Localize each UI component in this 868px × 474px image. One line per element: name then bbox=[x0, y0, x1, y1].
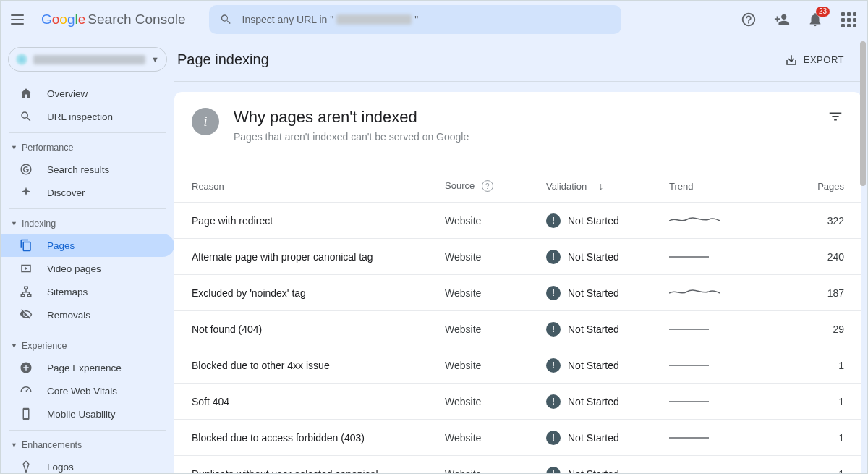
download-icon bbox=[785, 54, 798, 67]
scrollbar-thumb[interactable] bbox=[860, 41, 866, 186]
cell-trend bbox=[669, 393, 763, 410]
chevron-down-icon: ▼ bbox=[151, 55, 159, 64]
sidebar-item-pages[interactable]: Pages bbox=[1, 234, 174, 257]
warning-icon: ! bbox=[546, 394, 561, 409]
cell-pages: 1 bbox=[763, 360, 844, 371]
search-icon bbox=[219, 13, 232, 26]
cell-validation: !Not Started bbox=[546, 286, 669, 300]
sidebar-group-performance[interactable]: ▼Performance bbox=[1, 137, 174, 158]
table-row[interactable]: Blocked due to access forbidden (403)Web… bbox=[174, 419, 861, 455]
col-reason[interactable]: Reason bbox=[192, 181, 445, 192]
sitemap-icon bbox=[20, 285, 33, 298]
sidebar: ▼ Overview URL inspection ▼Performance S… bbox=[1, 38, 174, 474]
cell-validation: !Not Started bbox=[546, 213, 669, 228]
redacted-property-url bbox=[336, 14, 412, 25]
sidebar-item-url-inspection[interactable]: URL inspection bbox=[1, 105, 174, 128]
table-row[interactable]: Alternate page with proper canonical tag… bbox=[174, 238, 861, 274]
help-icon[interactable]: ? bbox=[482, 180, 493, 192]
mobile-icon bbox=[20, 407, 33, 420]
cell-pages: 240 bbox=[763, 251, 844, 263]
pages-icon bbox=[20, 239, 33, 252]
cell-source: Website bbox=[445, 323, 546, 335]
search-icon bbox=[20, 110, 33, 123]
property-favicon bbox=[16, 54, 27, 65]
sidebar-group-enhancements[interactable]: ▼Enhancements bbox=[1, 435, 174, 455]
sidebar-item-page-experience[interactable]: Page Experience bbox=[1, 356, 174, 379]
sidebar-group-indexing[interactable]: ▼Indexing bbox=[1, 213, 174, 234]
sidebar-item-logos[interactable]: Logos bbox=[1, 455, 174, 474]
apps-icon[interactable] bbox=[840, 11, 857, 28]
warning-icon: ! bbox=[546, 286, 561, 300]
cell-validation: !Not Started bbox=[546, 394, 669, 409]
table-row[interactable]: Duplicate without user-selected canonica… bbox=[174, 455, 861, 474]
page-title: Page indexing bbox=[177, 51, 269, 68]
cell-validation: !Not Started bbox=[546, 322, 669, 337]
notification-badge: 23 bbox=[816, 7, 830, 17]
property-selector[interactable]: ▼ bbox=[8, 47, 167, 72]
col-trend[interactable]: Trend bbox=[669, 181, 763, 192]
cell-trend bbox=[669, 357, 763, 373]
col-source[interactable]: Source ? bbox=[445, 180, 546, 192]
col-pages[interactable]: Pages bbox=[763, 181, 844, 192]
cell-reason: Not found (404) bbox=[192, 323, 445, 335]
cell-pages: 322 bbox=[763, 215, 844, 227]
notifications-icon[interactable]: 23 bbox=[807, 11, 824, 28]
cell-pages: 187 bbox=[763, 287, 844, 299]
cell-trend bbox=[669, 321, 763, 337]
cell-validation: !Not Started bbox=[546, 250, 669, 264]
sidebar-item-removals[interactable]: Removals bbox=[1, 303, 174, 326]
cell-source: Website bbox=[445, 468, 546, 475]
table-row[interactable]: Page with redirectWebsite!Not Started322 bbox=[174, 202, 861, 238]
export-button[interactable]: EXPORT bbox=[785, 54, 844, 67]
table-row[interactable]: Blocked due to other 4xx issueWebsite!No… bbox=[174, 347, 861, 383]
users-icon[interactable] bbox=[773, 11, 791, 28]
cell-source: Website bbox=[445, 251, 546, 263]
sort-desc-icon: ↓ bbox=[598, 180, 603, 192]
cell-reason: Excluded by 'noindex' tag bbox=[192, 287, 445, 299]
cell-reason: Blocked due to other 4xx issue bbox=[192, 360, 445, 371]
diamond-icon bbox=[20, 460, 33, 473]
table-row[interactable]: Soft 404Website!Not Started1 bbox=[174, 383, 861, 419]
home-icon bbox=[20, 87, 33, 100]
help-icon[interactable] bbox=[740, 11, 757, 28]
sidebar-item-mobile[interactable]: Mobile Usability bbox=[1, 402, 174, 426]
cell-trend bbox=[669, 212, 763, 229]
filter-icon[interactable] bbox=[827, 108, 844, 125]
sidebar-item-video-pages[interactable]: Video pages bbox=[1, 257, 174, 280]
sidebar-item-search-results[interactable]: Search results bbox=[1, 158, 174, 181]
cell-validation: !Not Started bbox=[546, 467, 669, 475]
cell-validation: !Not Started bbox=[546, 358, 669, 373]
sparkline bbox=[669, 393, 720, 407]
cell-reason: Blocked due to access forbidden (403) bbox=[192, 432, 445, 444]
cell-reason: Alternate page with proper canonical tag bbox=[192, 251, 445, 263]
sidebar-item-overview[interactable]: Overview bbox=[1, 82, 174, 105]
sparkline bbox=[669, 429, 720, 444]
cell-source: Website bbox=[445, 287, 546, 299]
cell-trend bbox=[669, 429, 763, 446]
info-icon: i bbox=[192, 108, 219, 135]
cell-source: Website bbox=[445, 360, 546, 371]
menu-icon[interactable] bbox=[11, 11, 28, 28]
sidebar-item-sitemaps[interactable]: Sitemaps bbox=[1, 280, 174, 303]
content-area: Page indexing EXPORT i Why pages aren't … bbox=[174, 38, 867, 474]
col-validation[interactable]: Validation ↓ bbox=[546, 180, 669, 192]
speed-icon bbox=[20, 384, 33, 397]
logo[interactable]: Google Search Console bbox=[41, 12, 186, 27]
sparkline bbox=[669, 321, 720, 335]
warning-icon: ! bbox=[546, 467, 561, 475]
topbar: Google Search Console Inspect any URL in… bbox=[1, 1, 867, 38]
plus-circle-icon bbox=[20, 361, 33, 374]
url-inspect-search[interactable]: Inspect any URL in " " bbox=[209, 5, 621, 34]
cell-trend bbox=[669, 248, 763, 265]
card-subtitle: Pages that aren't indexed can't be serve… bbox=[234, 131, 469, 143]
warning-icon: ! bbox=[546, 213, 561, 228]
warning-icon: ! bbox=[546, 358, 561, 373]
table-row[interactable]: Excluded by 'noindex' tagWebsite!Not Sta… bbox=[174, 274, 861, 310]
sidebar-group-experience[interactable]: ▼Experience bbox=[1, 336, 174, 356]
sparkline bbox=[669, 248, 720, 263]
sidebar-item-discover[interactable]: Discover bbox=[1, 181, 174, 204]
cell-pages: 1 bbox=[763, 396, 844, 407]
sidebar-item-cwv[interactable]: Core Web Vitals bbox=[1, 379, 174, 402]
cell-reason: Duplicate without user-selected canonica… bbox=[192, 468, 445, 475]
table-row[interactable]: Not found (404)Website!Not Started29 bbox=[174, 310, 861, 347]
